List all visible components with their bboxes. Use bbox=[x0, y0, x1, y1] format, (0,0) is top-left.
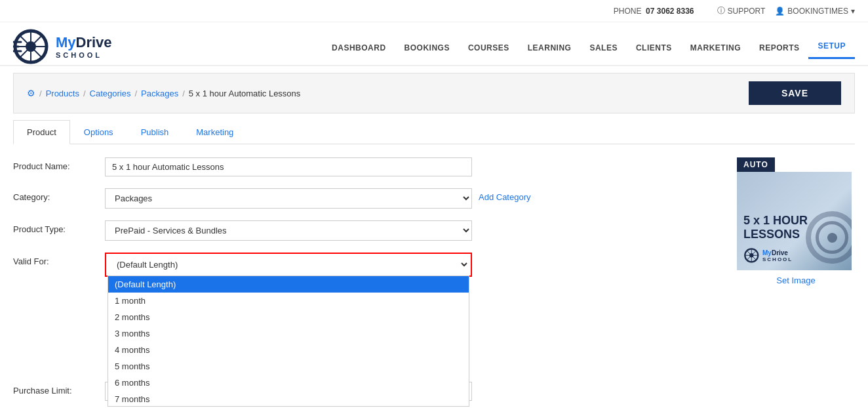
valid-for-select[interactable]: (Default Length) 1 month 2 months 3 mont… bbox=[108, 255, 469, 274]
logo-school: SCHOOL bbox=[56, 51, 112, 59]
logo-text: MyDrive SCHOOL bbox=[56, 35, 112, 58]
nav-bookings[interactable]: BOOKINGS bbox=[395, 37, 459, 59]
breadcrumb-current: 5 x 1 hour Automatic Lessons bbox=[189, 89, 301, 98]
logo: MyDrive SCHOOL bbox=[13, 29, 112, 65]
nav-setup[interactable]: SETUP bbox=[808, 35, 855, 59]
dropdown-item-4months[interactable]: 4 months bbox=[108, 342, 469, 358]
product-name-input[interactable] bbox=[105, 157, 472, 176]
breadcrumb-packages[interactable]: Packages bbox=[141, 89, 178, 98]
phone-label: PHONE bbox=[614, 7, 642, 16]
nav-courses[interactable]: COURSES bbox=[459, 37, 519, 59]
form-section: Product Name: Category: Packages Add Cat… bbox=[0, 144, 868, 408]
valid-for-dropdown: (Default Length) 1 month 2 months 3 mont… bbox=[108, 275, 469, 407]
auto-badge: AUTO bbox=[737, 157, 775, 172]
product-type-wrap: PrePaid - Services & Bundles bbox=[105, 220, 472, 241]
tab-options[interactable]: Options bbox=[70, 120, 127, 144]
top-bar: PHONE 07 3062 8336 ⓘ SUPPORT 👤 BOOKINGTI… bbox=[0, 0, 868, 22]
tabs: Product Options Publish Marketing bbox=[13, 120, 855, 144]
dropdown-item-2months[interactable]: 2 months bbox=[108, 309, 469, 325]
logo-my: My bbox=[56, 34, 76, 51]
product-name-wrap bbox=[105, 157, 472, 176]
logo-drive: Drive bbox=[76, 34, 112, 51]
nav-sales[interactable]: SALES bbox=[580, 37, 627, 59]
nav-marketing[interactable]: MARKETING bbox=[681, 37, 750, 59]
nav-clients[interactable]: CLIENTS bbox=[627, 37, 681, 59]
gear-icon[interactable]: ⚙ bbox=[27, 88, 35, 98]
preview-card: AUTO 5 x 1 HOUR LESSONS bbox=[737, 157, 855, 408]
support-link[interactable]: ⓘ SUPPORT bbox=[717, 5, 766, 16]
purchase-limit-label: Purchase Limit: bbox=[13, 382, 98, 396]
product-name-row: Product Name: bbox=[13, 157, 711, 176]
nav-dashboard[interactable]: DASHBOARD bbox=[323, 37, 395, 59]
product-type-select[interactable]: PrePaid - Services & Bundles bbox=[105, 220, 472, 241]
preview-image-box: 5 x 1 HOUR LESSONS MyDrive SCHOOL bbox=[737, 172, 852, 270]
dropdown-item-7months[interactable]: 7 months bbox=[108, 391, 469, 407]
dropdown-item-3months[interactable]: 3 months bbox=[108, 325, 469, 342]
nav-reports[interactable]: REPORTS bbox=[750, 37, 809, 59]
valid-for-label: Valid For: bbox=[13, 253, 98, 266]
main-header: MyDrive SCHOOL DASHBOARD BOOKINGS COURSE… bbox=[0, 22, 868, 66]
valid-for-row: Valid For: (Default Length) 1 month 2 mo… bbox=[13, 253, 711, 277]
form-left: Product Name: Category: Packages Add Cat… bbox=[13, 157, 711, 408]
tab-publish[interactable]: Publish bbox=[127, 120, 183, 144]
logo-icon bbox=[13, 29, 49, 65]
main-nav: DASHBOARD BOOKINGS COURSES LEARNING SALE… bbox=[323, 35, 855, 59]
set-image-link[interactable]: Set Image bbox=[737, 275, 855, 285]
product-name-label: Product Name: bbox=[13, 157, 98, 171]
breadcrumb-categories[interactable]: Categories bbox=[90, 89, 131, 98]
category-label: Category: bbox=[13, 188, 98, 202]
phone-info: PHONE 07 3062 8336 bbox=[614, 7, 694, 16]
valid-for-wrap: (Default Length) 1 month 2 months 3 mont… bbox=[105, 253, 472, 277]
product-type-row: Product Type: PrePaid - Services & Bundl… bbox=[13, 220, 711, 241]
breadcrumb: ⚙ / Products / Categories / Packages / 5… bbox=[27, 88, 300, 98]
dropdown-item-1month[interactable]: 1 month bbox=[108, 293, 469, 309]
dropdown-item-6months[interactable]: 6 months bbox=[108, 375, 469, 391]
save-button[interactable]: SAVE bbox=[749, 81, 841, 105]
preview-logo-icon bbox=[743, 247, 760, 264]
category-select[interactable]: Packages bbox=[105, 188, 472, 209]
breadcrumb-bar: ⚙ / Products / Categories / Packages / 5… bbox=[13, 73, 855, 113]
phone-number: 07 3062 8336 bbox=[646, 7, 694, 16]
breadcrumb-products[interactable]: Products bbox=[46, 89, 79, 98]
dropdown-item-5months[interactable]: 5 months bbox=[108, 358, 469, 375]
category-wrap: Packages bbox=[105, 188, 472, 209]
nav-learning[interactable]: LEARNING bbox=[519, 37, 581, 59]
preview-logo-text: MyDrive SCHOOL bbox=[762, 249, 793, 262]
product-type-label: Product Type: bbox=[13, 220, 98, 234]
add-category-link[interactable]: Add Category bbox=[479, 188, 531, 202]
dropdown-item-default[interactable]: (Default Length) bbox=[108, 276, 469, 293]
category-row: Category: Packages Add Category bbox=[13, 188, 711, 209]
bookingtimes-link[interactable]: 👤 BOOKINGTIMES ▾ bbox=[775, 7, 855, 16]
tab-marketing[interactable]: Marketing bbox=[182, 120, 247, 144]
tab-product[interactable]: Product bbox=[13, 120, 70, 144]
